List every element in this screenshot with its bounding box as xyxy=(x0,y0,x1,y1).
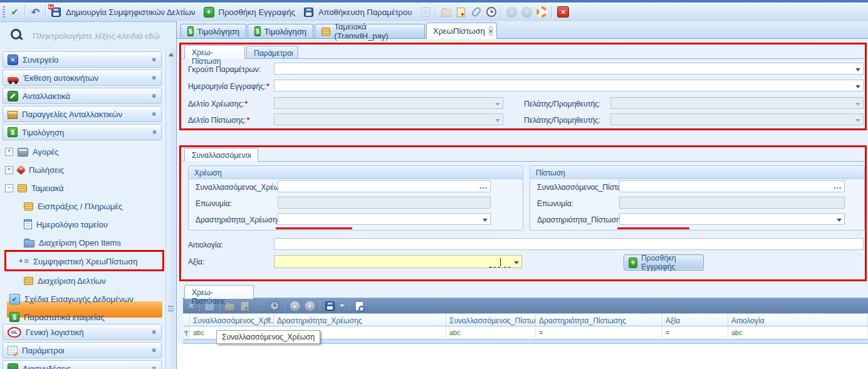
note-icon[interactable] xyxy=(456,7,466,18)
chevron-down-icon[interactable] xyxy=(855,85,860,88)
save-parameter-icon[interactable] xyxy=(303,7,314,18)
debit-activity-combo[interactable]: 'Συνεργείο (01) xyxy=(278,213,491,225)
filter-cell-credit-activity[interactable]: = xyxy=(536,326,662,339)
reason-input[interactable]: Μεταφορα σε αλλη δραστηριότητα xyxy=(274,238,864,250)
search-input[interactable] xyxy=(31,28,165,44)
tab-tameiaka[interactable]: Ταμειακά (TransdH_pay) xyxy=(315,24,425,38)
expand-plus-icon[interactable]: + xyxy=(5,148,13,156)
tab-timologisi-1[interactable]: $ Τιμολόγηση xyxy=(180,24,246,38)
sidebar-item-diaxeirisi-deltion[interactable]: Διαχείριση Δελτίων xyxy=(24,274,106,288)
chevron-down-icon[interactable]: » xyxy=(150,76,159,80)
parties-tab[interactable]: Συναλλασσόμενοι xyxy=(184,148,258,162)
sidebar-group-synergeio[interactable]: ✕ Συνεργείο» xyxy=(3,51,162,68)
sidebar-item-eispraxeis[interactable]: Εισπράξεις / Πληρωμές xyxy=(24,199,122,213)
expand-plus-icon[interactable]: + xyxy=(5,166,13,174)
move-up-icon[interactable]: ▲ xyxy=(290,301,300,311)
chevron-down-icon[interactable] xyxy=(855,68,860,71)
party-type-label-2: Πελάτης/Προμηθευτής: xyxy=(524,116,600,125)
chevron-down-icon[interactable]: » xyxy=(150,58,159,62)
grid-tab[interactable]: Χρεω-Πιστώσεις xyxy=(184,285,254,299)
form-tab-xreo-pistosi[interactable]: Χρεω-Πίστωση xyxy=(184,45,245,59)
grid-col-credit-party[interactable]: Συναλλασσόμενος_Πίστωση xyxy=(446,313,536,326)
sidebar-group-parametroi[interactable]: Παράμετροι» xyxy=(3,342,162,358)
add-record-button[interactable]: Προσθήκη Εγγραφής xyxy=(219,8,295,17)
sidebar-item-agores[interactable]: + Αγορές xyxy=(5,145,59,159)
chevron-down-icon[interactable] xyxy=(340,304,345,307)
tab-xreopistosi-active[interactable]: ΧρεωΠίστωση x xyxy=(426,23,497,39)
chevron-down-icon[interactable]: » xyxy=(150,112,159,117)
paperclip-icon[interactable] xyxy=(471,7,481,18)
sidebar-group-antallaktika[interactable]: Ανταλλακτικά» xyxy=(3,88,162,104)
splitter-grip[interactable] xyxy=(168,306,174,311)
chevron-down-icon[interactable] xyxy=(483,219,488,222)
chevron-up-icon[interactable]: » xyxy=(150,130,159,135)
grid-col-amount[interactable]: Αξία xyxy=(662,313,728,326)
form-tab-parametroi[interactable]: Παράμετροι xyxy=(246,46,298,59)
sidebar-group-timologisi[interactable]: $ Τιμολόγηση» xyxy=(3,124,162,140)
chevron-down-icon[interactable]: » xyxy=(150,94,159,98)
create-offset-docs-button[interactable]: Δημιουργία Συμψηφιστικών Δελτίων xyxy=(66,8,196,17)
sidebar-item-sympsifistiki-selected[interactable]: Συμψηφιστική ΧρεωΠίστωση xyxy=(19,254,138,268)
save-layout-icon[interactable] xyxy=(325,301,335,311)
move-down-icon[interactable]: ▼ xyxy=(305,301,315,311)
amount-input[interactable]: 500,00 xyxy=(274,255,522,268)
credit-name-input: ΒΡΑΚΑΣ ΓΕΩΡΓΙΟΣ xyxy=(619,197,845,209)
create-offset-docs-icon[interactable]: EX xyxy=(51,7,61,18)
credit-code-input[interactable]: S00001309E... xyxy=(619,180,845,192)
tab-close-icon[interactable]: x xyxy=(489,26,493,36)
grid-col-reason[interactable]: Αιτιολογία xyxy=(728,313,868,326)
chevron-down-icon[interactable]: » xyxy=(150,348,159,353)
add-record-button-2[interactable]: + Προσθήκη Εγγραφής xyxy=(624,254,704,271)
credit-name-label: Επωνυμία: xyxy=(537,199,573,208)
help-lifering-icon[interactable] xyxy=(536,7,547,18)
toolbar-separator xyxy=(349,301,350,311)
sidebar-item-tameiaka[interactable]: − Ταμειακά xyxy=(5,181,64,195)
save-parameter-button[interactable]: Αποθήκευση Παραμέτρου xyxy=(318,8,412,17)
chevron-down-icon[interactable]: » xyxy=(150,366,159,369)
toolbar-grip[interactable] xyxy=(3,6,5,18)
entry-date-combo[interactable]: 30/10/2020 xyxy=(274,80,864,91)
ellipsis-browse-icon[interactable]: ... xyxy=(834,182,842,190)
sidebar-group-diasyndeseis[interactable]: ↔ Διασυνδέσεις» xyxy=(3,360,162,369)
debit-groupbox-caption: Χρέωση xyxy=(189,166,523,179)
preview-search-icon[interactable] xyxy=(354,301,365,311)
confirm-check-icon[interactable]: ✔ xyxy=(9,7,20,18)
grid-col-credit-activity[interactable]: Δραστηριότητα_Πίστωσης xyxy=(536,313,662,326)
credit-doc-combo: ΣΥΜΨΙΦΙΣΤΙΚΗ ΠΙΣΤΩΣΗ ΠΕΛΑΤΗ (ΔΣ2) xyxy=(274,113,503,125)
sidebar-item-poliseis[interactable]: + Πωλήσεις xyxy=(5,163,64,177)
ellipsis-browse-icon[interactable]: ... xyxy=(479,182,488,190)
tab-timologisi-2[interactable]: $ Τιμολόγηση xyxy=(248,24,313,38)
param-group-combo[interactable]: Πελάτης με Πελάτη (01) xyxy=(274,63,864,75)
scroll-up-icon[interactable] xyxy=(169,53,174,56)
sidebar-scrollbar[interactable] xyxy=(165,49,175,369)
sidebar-item-open-items[interactable]: Διαχείριση Open Items xyxy=(24,236,121,249)
sidebar-group-paraggelies[interactable]: Παραγγελίες Ανταλλακτικών» xyxy=(3,106,162,122)
toolbar-separator xyxy=(45,6,46,18)
credit-activity-combo[interactable]: Αυτοκίνητα (03) xyxy=(619,213,845,225)
close-icon[interactable]: ✕ xyxy=(557,6,569,18)
alarm-clock-icon[interactable] xyxy=(486,7,496,18)
sidebar-item-imerologio[interactable]: Ημερολόγιο ταμείου xyxy=(24,217,108,231)
undo-icon[interactable]: ↷ xyxy=(30,7,41,18)
grid-col-debit-party[interactable]: Συναλλασσόμενος_Χρέ... xyxy=(190,313,274,326)
column-tooltip: Συναλλασσόμενος_Χρέωση xyxy=(216,330,320,344)
toolbar-separator xyxy=(435,6,436,18)
chevron-down-icon[interactable]: » xyxy=(150,330,159,335)
collapse-minus-icon[interactable]: − xyxy=(5,184,13,192)
grid-col-debit-activity[interactable]: Δραστηριότητα_Χρέωσης xyxy=(274,313,446,326)
journal-icon xyxy=(24,219,32,229)
filter-cell-amount[interactable]: = xyxy=(662,326,728,339)
sidebar-group-geniki-logistiki[interactable]: GL Γενική λογιστική» xyxy=(3,324,162,340)
filter-cell-reason[interactable]: abc xyxy=(728,326,868,339)
sidebar-item-parastatika[interactable]: $ Παραστατικά εταιρείας xyxy=(9,310,105,324)
filter-funnel-icon[interactable] xyxy=(266,317,271,323)
debit-code-input[interactable]: S00001309E... xyxy=(278,180,491,192)
chevron-down-icon[interactable] xyxy=(837,219,842,222)
sidebar-item-sxedia-eisagogis[interactable]: ↙ Σχέδια Εισαγωγής Δεδομένων xyxy=(9,292,133,306)
filter-cell-credit-party[interactable]: abc xyxy=(446,326,536,339)
chevron-down-icon[interactable] xyxy=(514,261,519,264)
folder-icon xyxy=(441,7,451,18)
add-record-icon[interactable]: + xyxy=(204,7,214,18)
sidebar-group-ekthesi[interactable]: Έκθεση αυτοκινήτων» xyxy=(3,70,162,86)
party-type-combo-1: Customer xyxy=(610,97,864,109)
